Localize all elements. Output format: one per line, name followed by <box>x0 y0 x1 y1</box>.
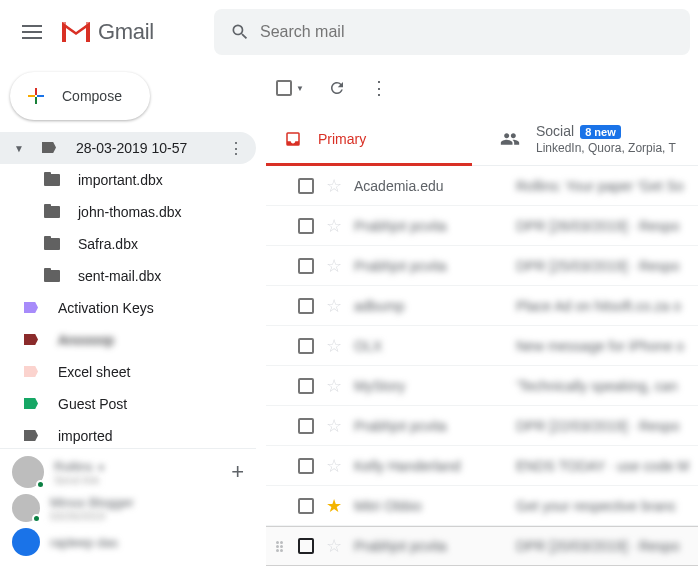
hangouts-me[interactable]: Rollins ▼ Send link + <box>0 453 256 491</box>
inbox-icon <box>284 130 302 148</box>
row-checkbox[interactable] <box>298 538 314 554</box>
sidebar-label[interactable]: Excel sheet <box>0 356 256 388</box>
email-row[interactable]: ☆Academia.eduRollins: Your paper 'Get So <box>266 166 698 206</box>
star-icon[interactable]: ☆ <box>326 415 342 437</box>
row-checkbox[interactable] <box>298 218 314 234</box>
star-icon[interactable]: ☆ <box>326 335 342 357</box>
email-row[interactable]: ☆Kelly HanderlandENDS TODAY · use code M <box>266 446 698 486</box>
email-row[interactable]: ☆Prabhjot pcvitaDPR [22/03/2019] · Respo <box>266 406 698 446</box>
subject: DPR [22/03/2019] · Respo <box>516 418 698 434</box>
sidebar-label[interactable]: Anoooop <box>0 324 256 356</box>
drag-handle-icon <box>276 541 286 552</box>
avatar <box>12 456 44 488</box>
star-icon[interactable]: ☆ <box>326 255 342 277</box>
label-icon <box>24 334 40 346</box>
content-area: ▼ ⋮ Primary Social8 new LinkedIn, Quora,… <box>256 64 698 572</box>
sidebar-label[interactable]: Guest Post <box>0 388 256 420</box>
sidebar-folder-selected[interactable]: ▼ 28-03-2019 10-57 ⋮ <box>0 132 256 164</box>
email-row[interactable]: ☆adbumpPlace Ad on hitsoft.co.za o <box>266 286 698 326</box>
sender: OLX <box>354 338 504 354</box>
star-icon[interactable]: ☆ <box>326 535 342 557</box>
sender: MyStory <box>354 378 504 394</box>
hangouts-contact[interactable]: rajdeep das <box>0 525 256 559</box>
sender: Prabhjot pcvita <box>354 258 504 274</box>
subject: ENDS TODAY · use code M <box>516 458 698 474</box>
row-checkbox[interactable] <box>298 338 314 354</box>
star-icon[interactable]: ☆ <box>326 215 342 237</box>
row-checkbox[interactable] <box>298 258 314 274</box>
search-bar[interactable] <box>214 9 690 55</box>
more-button[interactable]: ⋮ <box>370 77 388 99</box>
subject: Place Ad on hitsoft.co.za o <box>516 298 698 314</box>
compose-button[interactable]: Compose <box>10 72 150 120</box>
people-icon <box>500 129 520 149</box>
sidebar-file[interactable]: important.dbx <box>0 164 256 196</box>
row-checkbox[interactable] <box>298 418 314 434</box>
category-tabs: Primary Social8 new LinkedIn, Quora, Zor… <box>266 112 698 166</box>
folder-icon <box>44 238 60 250</box>
caret-down-icon: ▼ <box>296 84 304 93</box>
email-row[interactable]: ☆MyStory'Technically speaking, can <box>266 366 698 406</box>
star-icon[interactable]: ☆ <box>326 375 342 397</box>
search-input[interactable] <box>260 23 684 41</box>
tab-social[interactable]: Social8 new LinkedIn, Quora, Zorpia, T <box>482 112 698 165</box>
subject: 'Technically speaking, can <box>516 378 698 394</box>
star-icon[interactable]: ☆ <box>326 455 342 477</box>
email-row[interactable]: ☆Prabhjot pcvitaDPR [20/03/2019] · Respo <box>266 526 698 566</box>
star-icon[interactable]: ★ <box>326 495 342 517</box>
folder-label: 28-03-2019 10-57 <box>76 140 187 156</box>
email-row[interactable]: ☆Prabhjot pcvitaDPR [25/03/2019] · Respo <box>266 246 698 286</box>
subject: Rollins: Your paper 'Get So <box>516 178 698 194</box>
email-row[interactable]: ☆OLXNew message for iPhone o <box>266 326 698 366</box>
sidebar-file[interactable]: Safra.dbx <box>0 228 256 260</box>
avatar <box>12 528 40 556</box>
avatar <box>12 494 40 522</box>
sender: Academia.edu <box>354 178 504 194</box>
subject: DPR [26/03/2019] · Respo <box>516 218 698 234</box>
tab-sub: LinkedIn, Quora, Zorpia, T <box>536 141 676 155</box>
hamburger-icon <box>22 25 42 39</box>
email-list: ☆Academia.eduRollins: Your paper 'Get So… <box>266 166 698 572</box>
sender: Mitri Obbio <box>354 498 504 514</box>
subject: DPR [25/03/2019] · Respo <box>516 258 698 274</box>
toolbar: ▼ ⋮ <box>266 64 698 112</box>
label-icon <box>24 366 40 378</box>
folder-icon <box>44 270 60 282</box>
presence-dot <box>32 514 41 523</box>
hangouts-contact[interactable]: Minoo Blogger03/26/2019 <box>0 491 256 525</box>
sidebar-file[interactable]: john-thomas.dbx <box>0 196 256 228</box>
gmail-icon <box>60 20 92 44</box>
sender: Prabhjot pcvita <box>354 218 504 234</box>
sidebar-label[interactable]: Activation Keys <box>0 292 256 324</box>
row-checkbox[interactable] <box>298 498 314 514</box>
compose-label: Compose <box>62 88 122 104</box>
row-checkbox[interactable] <box>298 458 314 474</box>
refresh-button[interactable] <box>328 79 346 97</box>
sender: Prabhjot pcvita <box>354 418 504 434</box>
sender: adbump <box>354 298 504 314</box>
row-checkbox[interactable] <box>298 298 314 314</box>
select-all-checkbox[interactable]: ▼ <box>276 80 304 96</box>
new-badge: 8 new <box>580 125 621 139</box>
sidebar-file[interactable]: sent-mail.dbx <box>0 260 256 292</box>
hangouts-panel: Rollins ▼ Send link + Minoo Blogger03/26… <box>0 448 256 572</box>
email-row[interactable]: ☆Prabhjot pcvitaDPR [26/03/2019] · Respo <box>266 206 698 246</box>
new-chat-button[interactable]: + <box>231 459 244 485</box>
subject: New message for iPhone o <box>516 338 698 354</box>
label-icon <box>42 142 58 154</box>
tab-label: Social <box>536 123 574 139</box>
star-icon[interactable]: ☆ <box>326 175 342 197</box>
row-checkbox[interactable] <box>298 178 314 194</box>
star-icon[interactable]: ☆ <box>326 295 342 317</box>
presence-dot <box>36 480 45 489</box>
sidebar: Compose ▼ 28-03-2019 10-57 ⋮ important.d… <box>0 64 256 572</box>
main-menu-button[interactable] <box>8 8 56 56</box>
gmail-logo[interactable]: Gmail <box>56 19 154 45</box>
more-icon[interactable]: ⋮ <box>228 139 244 158</box>
row-checkbox[interactable] <box>298 378 314 394</box>
email-row[interactable]: ★Mitri ObbioGet your respective branc <box>266 486 698 526</box>
checkbox-icon <box>276 80 292 96</box>
label-icon <box>24 302 40 314</box>
label-icon <box>24 398 40 410</box>
tab-primary[interactable]: Primary <box>266 112 482 165</box>
